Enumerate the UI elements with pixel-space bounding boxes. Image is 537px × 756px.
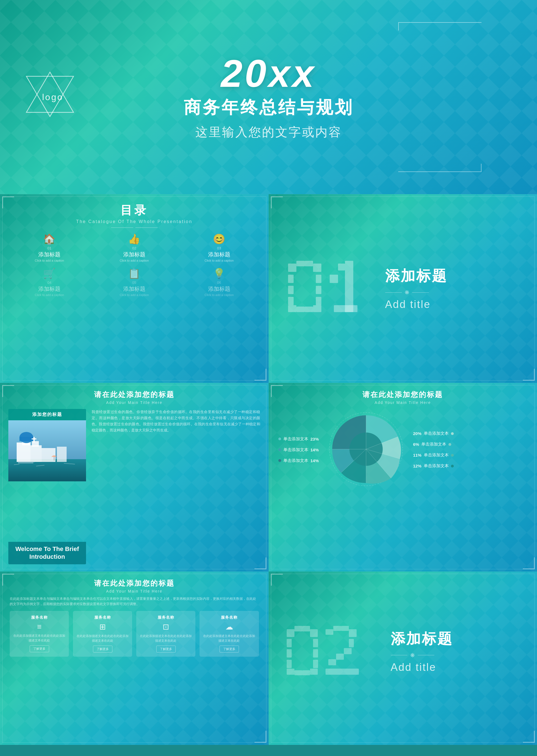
- cards-main-title-en: Add Your Main Title Here: [10, 589, 259, 593]
- svg-rect-12: [288, 305, 296, 312]
- toc-label-en-3: Click to add a caption: [205, 259, 234, 262]
- toc-icon-5: 📋: [128, 268, 141, 279]
- svg-rect-25: [20, 437, 33, 441]
- slide02-divider-ornament: ❋: [410, 652, 415, 658]
- toc-label-en-5: Click to add a caption: [120, 293, 149, 297]
- svg-rect-18: [334, 305, 357, 312]
- content-paragraph: 我曾经放置过生命的颜色。你曾经放弃于生命价值的循环。在我的生命里有似无在减少了一…: [92, 409, 260, 433]
- pie-pct-1: 23%: [310, 437, 319, 441]
- service-card-3: 服务名称 ⊡ 在此处添加描述文本在此处在此处添加描述文本在此处 了解更多: [136, 611, 195, 657]
- scard-btn-2[interactable]: 了解更多: [93, 646, 112, 653]
- pie-rdot-3: [451, 454, 454, 457]
- pie-label-text-1: 单击添加文本: [283, 436, 308, 442]
- scard-btn-1[interactable]: 了解更多: [30, 645, 49, 652]
- service-cards-grid: 服务名称 ≡ 在此处添加描述文本在此处在此处添加描述文本在此处 了解更多 服务名…: [10, 611, 259, 657]
- slide01-titles: 添加标题 ❋ Add title: [385, 266, 447, 310]
- svg-rect-53: [287, 649, 292, 657]
- slide-01: 添加标题 ❋ Add title: [268, 194, 537, 383]
- service-card-4: 服务名称 ☁ 在此处添加描述文本在此处在此处添加描述文本在此处 了解更多: [199, 611, 259, 657]
- pie-svg-container: [327, 410, 405, 489]
- cover-slide: logo 20xx 商务年终总结与规划 这里输入您的文字或内容: [0, 0, 537, 194]
- scard-btn-3[interactable]: 了解更多: [156, 646, 176, 653]
- toc-icon-6: 💡: [213, 268, 225, 279]
- divider-ornament: ❋: [405, 289, 409, 296]
- slide-toc: 目录 The Catalogue Of The Whole Presentati…: [0, 194, 268, 383]
- toc-label-cn-4: 添加标题: [38, 285, 61, 293]
- santorini-svg: [8, 420, 86, 481]
- svg-rect-29: [57, 447, 66, 462]
- toc-label-cn-5: 添加标题: [123, 285, 145, 293]
- pie-rpct-2: 6%: [413, 442, 419, 447]
- toc-label-cn-3: 添加标题: [208, 251, 230, 258]
- pie-rlabel-3: 单击添加文本: [424, 453, 449, 458]
- svg-rect-54: [313, 649, 318, 657]
- pie-main-title-en: Add Your Main Title Here: [278, 400, 527, 405]
- cover-content: 20xx 商务年终总结与规划 这里输入您的文字或内容: [184, 54, 353, 140]
- svg-rect-67: [336, 654, 344, 660]
- pie-chart-svg: [327, 410, 405, 488]
- svg-rect-66: [344, 648, 351, 654]
- scard-title-2: 服务名称: [76, 615, 129, 620]
- cards-description: 在此处添加标题文本单击与编辑文本单击与编辑文本单击也可以在文本框中直接输入，请置…: [10, 596, 259, 607]
- slides-row-1: 目录 The Catalogue Of The Whole Presentati…: [0, 194, 537, 383]
- slide02-title-en: Add title: [391, 661, 453, 673]
- svg-rect-3: [296, 261, 305, 266]
- svg-rect-61: [325, 629, 333, 635]
- pie-label-left-2: 单击添加文本 14%: [278, 447, 319, 453]
- logo-area: logo: [22, 66, 83, 128]
- scard-icon-3: ⊡: [139, 622, 192, 631]
- svg-rect-7: [316, 275, 321, 283]
- welcome-overlay: Welcome To The Brief Introduction: [8, 542, 86, 564]
- pie-rlabel-2: 单击添加文本: [421, 442, 446, 447]
- service-card-2: 服务名称 ⊞ 在此处添加描述文本在此处在此处添加描述文本在此处 了解更多: [73, 611, 132, 657]
- service-card-1: 服务名称 ≡ 在此处添加描述文本在此处在此处添加描述文本在此处 了解更多: [10, 611, 69, 657]
- svg-rect-19: [330, 275, 338, 283]
- pie-labels-left: 单击添加文本 23% 单击添加文本 14% 单击添加文本 14%: [278, 436, 319, 463]
- pie-label-left-1: 单击添加文本 23%: [278, 436, 319, 442]
- scard-desc-4: 在此处添加描述文本在此处在此处添加描述文本在此处: [202, 634, 256, 643]
- svg-rect-62: [333, 626, 341, 631]
- pie-rdot-4: [451, 465, 454, 467]
- svg-rect-52: [313, 639, 318, 647]
- slide01-title-cn: 添加标题: [385, 266, 447, 286]
- toc-item-4: 🛒 04 添加标题 Click to add a caption: [11, 268, 88, 297]
- svg-rect-9: [316, 286, 321, 294]
- number02-area: 添加标题 ❋ Add title: [285, 624, 520, 693]
- slide-cards: 请在此处添加您的标题 Add Your Main Title Here 在此处添…: [0, 572, 268, 745]
- pie-rlabel-4: 单击添加文本: [424, 463, 449, 469]
- svg-rect-64: [349, 629, 356, 637]
- bracket-top-decoration: [398, 22, 481, 30]
- toc-item-2: 👍 02 添加标题 Click to add a caption: [96, 233, 173, 262]
- pie-label-right-2: 6% 单击添加文本: [413, 442, 454, 447]
- scard-title-3: 服务名称: [139, 615, 192, 620]
- scard-icon-2: ⊞: [76, 622, 129, 631]
- svg-rect-33: [18, 462, 33, 463]
- pie-label-left-3: 单击添加文本 14%: [278, 458, 319, 463]
- svg-rect-27: [32, 441, 39, 447]
- toc-label-en-6: Click to add a caption: [205, 293, 234, 297]
- svg-rect-26: [30, 445, 42, 462]
- divider-line-right: [136, 227, 158, 228]
- toc-num-2: 02: [132, 246, 136, 250]
- scard-btn-4[interactable]: 了解更多: [220, 646, 239, 653]
- toc-icon-2: 👍: [128, 233, 141, 245]
- toc-items-grid: 🏠 01 添加标题 Click to add a caption 👍 02 添加…: [11, 233, 258, 297]
- pie-dot-2: [278, 448, 281, 451]
- welcome-text: Welcome To The Brief Introduction: [11, 545, 83, 561]
- cover-subtitle-cn: 这里输入您的文字或内容: [184, 124, 353, 140]
- scard-desc-3: 在此处添加描述文本在此处在此处添加描述文本在此处: [139, 634, 192, 643]
- toc-item-1: 🏠 01 添加标题 Click to add a caption: [11, 233, 88, 262]
- number-01-svg: [285, 258, 380, 319]
- slide01-divider: ❋: [385, 289, 447, 296]
- pie-pct-3: 14%: [310, 458, 319, 463]
- svg-rect-59: [302, 670, 310, 675]
- divider-line-left: [111, 227, 133, 228]
- svg-rect-63: [341, 626, 349, 631]
- toc-num-1: 01: [48, 246, 51, 250]
- pie-rdot-2: [448, 443, 451, 446]
- scard-title-1: 服务名称: [13, 615, 66, 620]
- toc-label-en-4: Click to add a caption: [35, 293, 64, 297]
- scard-title-4: 服务名称: [202, 615, 256, 620]
- content-text-area: 我曾经放置过生命的颜色。你曾经放弃于生命价值的循环。在我的生命里有似无在减少了一…: [92, 409, 260, 564]
- img-intro-header: 添加您的标题: [8, 409, 86, 420]
